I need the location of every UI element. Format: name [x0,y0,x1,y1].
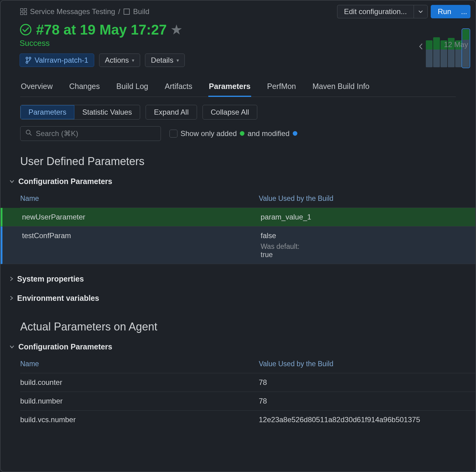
section-user-defined: User Defined Parameters [20,155,456,168]
added-dot-icon [240,131,244,136]
table-row[interactable]: build.number78 [20,392,475,411]
svg-rect-1 [24,9,27,11]
chevron-down-icon: ▾ [132,57,134,63]
table-row[interactable]: build.counter78 [20,373,475,392]
filter-label-added: Show only added [180,129,237,138]
subsection-title: System properties [17,275,84,283]
edit-configuration-dropdown[interactable] [414,5,428,18]
details-label: Details [151,56,173,65]
col-value-header[interactable]: Value Used by the Build [259,360,469,368]
svg-point-7 [29,57,31,59]
success-icon [20,24,32,36]
param-default: Was default:true [261,242,469,259]
search-icon [25,129,32,138]
tab-bar: OverviewChangesBuild LogArtifactsParamet… [20,82,456,97]
param-value: 78 [259,378,469,387]
param-name: build.counter [20,378,259,387]
svg-point-5 [20,24,31,35]
chart-bar[interactable] [441,40,447,67]
chevron-right-icon [9,295,13,301]
param-value: falseWas default:true [261,231,469,259]
tab-perfmon[interactable]: PerfMon [266,82,296,97]
actions-label: Actions [105,56,129,65]
col-name-header[interactable]: Name [20,194,259,203]
run-button[interactable]: Run [431,5,458,18]
filter-label-modified: and modified [247,129,289,138]
collapse-all-button[interactable]: Collapse All [203,105,257,120]
table-row[interactable]: newUserParameterparam_value_1 [1,208,475,227]
config-icon [123,8,130,15]
chevron-down-icon [9,345,15,349]
svg-rect-3 [24,12,27,15]
svg-point-8 [26,61,28,63]
svg-line-10 [30,134,32,135]
chart-bar[interactable] [463,29,469,67]
segment-parameters[interactable]: Parameters [20,105,74,119]
chart-bar[interactable] [455,40,462,67]
branch-chip[interactable]: Valrravn-patch-1 [20,53,94,67]
build-history-chart[interactable]: 12 May [426,28,469,67]
breadcrumb: Service Messages Testing / Build [20,7,149,16]
tab-overview[interactable]: Overview [20,82,53,97]
view-segmented-control: Parameters Statistic Values [20,105,140,120]
build-title: #78 at 19 May 17:27 [36,21,167,38]
table-row[interactable]: testConfParamfalseWas default:true [1,227,475,264]
chart-bar[interactable] [448,38,455,67]
param-value: param_value_1 [261,213,469,221]
show-only-changed-checkbox[interactable] [169,130,177,138]
col-name-header[interactable]: Name [20,360,259,368]
subsection-title: Configuration Parameters [18,342,112,351]
param-name: build.vcs.number [20,415,259,424]
tab-changes[interactable]: Changes [69,82,100,97]
tab-parameters[interactable]: Parameters [208,82,251,97]
tab-maven-build-info[interactable]: Maven Build Info [312,82,370,97]
chart-bar[interactable] [433,37,440,67]
svg-rect-0 [20,9,23,11]
details-button[interactable]: Details ▾ [145,53,184,67]
favorite-star-icon[interactable]: ★ [171,23,182,37]
chevron-right-icon [9,276,13,282]
run-more-button[interactable]: ... [458,5,470,18]
tab-artifacts[interactable]: Artifacts [164,82,193,97]
agent-params-table: Name Value Used by the Build build.count… [20,355,475,429]
branch-icon [25,57,32,64]
breadcrumb-project[interactable]: Service Messages Testing [30,7,115,16]
svg-point-9 [26,130,30,134]
svg-rect-2 [20,12,23,15]
chevron-down-icon [9,179,15,183]
chevron-down-icon: ▾ [177,57,179,63]
search-input[interactable] [36,129,156,138]
breadcrumb-separator: / [118,7,120,16]
col-value-header[interactable]: Value Used by the Build [259,194,469,203]
edit-configuration-button[interactable]: Edit configuration... [337,5,414,18]
subsection-title: Configuration Parameters [18,177,112,186]
param-value: 78 [259,397,469,405]
actions-button[interactable]: Actions ▾ [99,53,140,67]
chart-prev-icon[interactable] [418,43,423,52]
param-name: build.number [20,397,259,405]
svg-point-6 [26,57,28,59]
branch-name: Valrravn-patch-1 [35,56,88,65]
svg-rect-4 [124,9,129,14]
expand-all-button[interactable]: Expand All [146,105,197,120]
subsection-environment-variables[interactable]: Environment variables [9,294,475,303]
breadcrumb-config[interactable]: Build [133,7,149,16]
tab-build-log[interactable]: Build Log [116,82,149,97]
subsection-agent-config-params[interactable]: Configuration Parameters [9,342,475,351]
chart-bar[interactable] [426,40,433,67]
subsection-system-properties[interactable]: System properties [9,275,475,283]
subsection-config-params[interactable]: Configuration Parameters [9,177,475,186]
param-name: testConfParam [22,231,261,240]
subsection-title: Environment variables [17,294,99,303]
search-box[interactable] [20,126,161,141]
param-value: 12e23a8e526d80511a82d30d61f914a96b501375 [259,415,469,424]
modified-dot-icon [293,131,297,136]
table-row[interactable]: build.vcs.number12e23a8e526d80511a82d30d… [20,411,475,429]
build-status: Success [20,39,413,48]
section-agent-params: Actual Parameters on Agent [20,320,456,333]
user-params-table: Name Value Used by the Build newUserPara… [20,190,475,264]
project-icon [20,8,27,15]
segment-statistic-values[interactable]: Statistic Values [74,105,140,119]
param-name: newUserParameter [22,213,261,221]
